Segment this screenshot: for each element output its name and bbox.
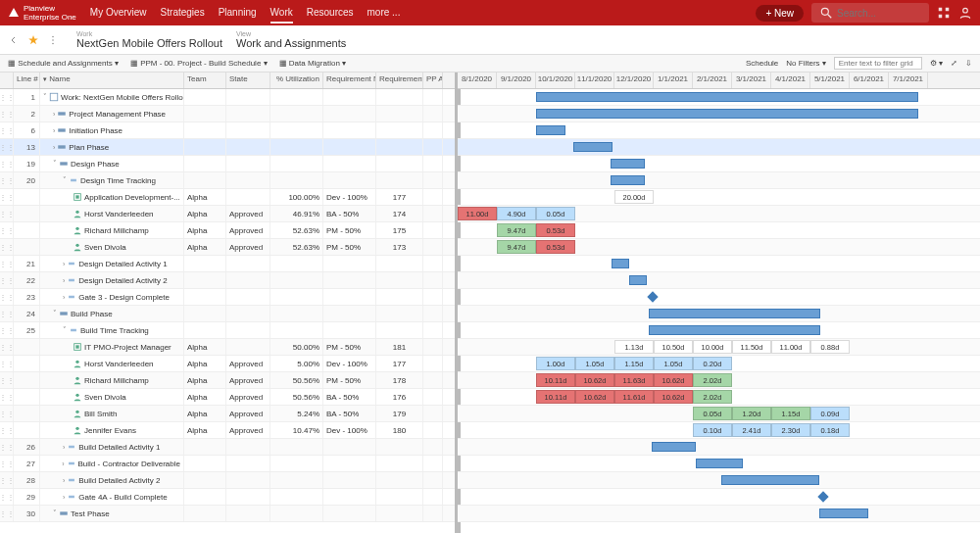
- drag-handle[interactable]: ⋮⋮: [0, 256, 14, 271]
- time-cell[interactable]: 1.00d: [536, 357, 575, 370]
- gantt-bar[interactable]: [629, 275, 647, 285]
- drag-handle[interactable]: ⋮⋮: [0, 306, 14, 321]
- table-row[interactable]: ⋮⋮22›Design Detailed Activity 2: [0, 272, 455, 289]
- table-row[interactable]: ⋮⋮Sven DivolaAlphaApproved50.56%BA - 50%…: [0, 389, 455, 406]
- time-cell[interactable]: 0.09d: [810, 407, 850, 420]
- time-cell[interactable]: 0.10d: [693, 423, 732, 437]
- time-cell[interactable]: 0.18d: [810, 423, 850, 437]
- drag-handle[interactable]: ⋮⋮: [0, 172, 14, 188]
- time-cell[interactable]: 0.20d: [693, 357, 732, 370]
- drag-handle[interactable]: ⋮⋮: [0, 239, 14, 255]
- time-cell[interactable]: 10.50d: [654, 340, 693, 354]
- nav-planning[interactable]: Planning: [219, 7, 257, 20]
- expand-toggle[interactable]: ˅: [63, 326, 67, 334]
- drag-handle[interactable]: ⋮⋮: [0, 356, 14, 371]
- time-cell[interactable]: 1.13d: [614, 340, 654, 354]
- time-cell[interactable]: 0.53d: [536, 223, 575, 237]
- time-cell[interactable]: 10.62d: [654, 390, 693, 404]
- star-icon[interactable]: [27, 34, 39, 46]
- time-cell[interactable]: 4.90d: [497, 207, 536, 220]
- time-cell[interactable]: 10.11d: [536, 373, 575, 387]
- table-row[interactable]: ⋮⋮Richard MillchampAlphaApproved50.56%PM…: [0, 372, 455, 389]
- expand-toggle[interactable]: ˅: [53, 310, 57, 317]
- table-row[interactable]: ⋮⋮27›Build - Contractor Deliverable: [0, 456, 455, 472]
- gantt-bar[interactable]: [652, 442, 696, 452]
- expand-icon[interactable]: ⤢: [951, 59, 957, 68]
- time-cell[interactable]: 1.05d: [654, 357, 693, 370]
- time-cell[interactable]: 11.50d: [732, 340, 771, 354]
- drag-handle[interactable]: ⋮⋮: [0, 272, 14, 288]
- drag-handle[interactable]: ⋮⋮: [0, 406, 14, 421]
- table-row[interactable]: ⋮⋮29›Gate 4A - Build Complete: [0, 489, 455, 506]
- time-cell[interactable]: 11.63d: [614, 373, 654, 387]
- gantt-bar[interactable]: [612, 259, 629, 268]
- drag-handle[interactable]: ⋮⋮: [0, 206, 14, 221]
- table-row[interactable]: ⋮⋮24˅Build Phase: [0, 306, 455, 322]
- drag-handle[interactable]: ⋮⋮: [0, 122, 14, 138]
- drag-handle[interactable]: ⋮⋮: [0, 222, 14, 238]
- expand-toggle[interactable]: ˅: [53, 160, 57, 168]
- expand-toggle[interactable]: ˅: [43, 93, 47, 101]
- expand-toggle[interactable]: ˅: [53, 509, 57, 517]
- table-row[interactable]: ⋮⋮Jennifer EvansAlphaApproved10.47%Dev -…: [0, 422, 455, 439]
- gantt-bar[interactable]: [611, 175, 645, 185]
- col-util[interactable]: % Utilization: [270, 73, 323, 88]
- table-row[interactable]: ⋮⋮19˅Design Phase: [0, 156, 455, 172]
- gantt-bar[interactable]: [819, 509, 868, 518]
- gantt-bar[interactable]: [573, 142, 612, 152]
- table-row[interactable]: ⋮⋮6›Initiation Phase: [0, 122, 455, 139]
- time-cell[interactable]: 10.11d: [536, 390, 575, 404]
- time-cell[interactable]: 1.15d: [771, 407, 810, 420]
- expand-toggle[interactable]: ›: [63, 277, 65, 284]
- drag-handle[interactable]: ⋮⋮: [0, 489, 14, 505]
- drag-handle[interactable]: ⋮⋮: [0, 89, 14, 105]
- table-row[interactable]: ⋮⋮Horst VanderleedenAlphaApproved46.91%B…: [0, 206, 455, 222]
- milestone-diamond[interactable]: [647, 291, 658, 302]
- table-row[interactable]: ⋮⋮Richard MillchampAlphaApproved52.63%PM…: [0, 222, 455, 239]
- drag-handle[interactable]: ⋮⋮: [0, 322, 14, 338]
- drag-handle[interactable]: ⋮⋮: [0, 339, 14, 355]
- table-row[interactable]: ⋮⋮1˅Work: NextGen Mobile Offers Rollout: [0, 89, 455, 106]
- settings-icon[interactable]: ⚙ ▾: [930, 59, 943, 68]
- time-cell[interactable]: 9.47d: [497, 223, 536, 237]
- gantt-bar[interactable]: [536, 125, 565, 135]
- time-cell[interactable]: 11.00d: [458, 207, 497, 220]
- time-cell[interactable]: 10.00d: [693, 340, 732, 354]
- toolbar-ppm-00-project-build-schedule-[interactable]: ▦ PPM - 00. Project - Build Schedule ▾: [130, 59, 268, 68]
- expand-toggle[interactable]: ›: [63, 494, 65, 501]
- time-cell[interactable]: 10.62d: [654, 373, 693, 387]
- nav-work[interactable]: Work: [270, 7, 293, 24]
- filters-button[interactable]: No Filters ▾: [786, 59, 825, 68]
- expand-toggle[interactable]: ˅: [63, 176, 67, 184]
- time-cell[interactable]: 0.05d: [693, 407, 732, 420]
- drag-handle[interactable]: ⋮⋮: [0, 389, 14, 405]
- expand-toggle[interactable]: ›: [53, 144, 55, 151]
- table-row[interactable]: ⋮⋮2›Project Management Phase: [0, 106, 455, 122]
- drag-handle[interactable]: ⋮⋮: [0, 506, 14, 521]
- table-row[interactable]: ⋮⋮Bill SmithAlphaApproved5.24%BA - 50%17…: [0, 406, 455, 422]
- schedule-link[interactable]: Schedule: [746, 59, 778, 68]
- time-cell[interactable]: 0.53d: [536, 240, 575, 254]
- table-row[interactable]: ⋮⋮IT PMO-Project ManagerAlpha50.00%PM - …: [0, 339, 455, 356]
- table-row[interactable]: ⋮⋮26›Build Detailed Activity 1: [0, 439, 455, 456]
- expand-toggle[interactable]: ›: [63, 294, 65, 301]
- drag-handle[interactable]: ⋮⋮: [0, 289, 14, 305]
- time-cell[interactable]: 20.00d: [614, 190, 654, 204]
- expand-toggle[interactable]: ›: [63, 477, 65, 484]
- more-icon[interactable]: [47, 34, 59, 46]
- drag-handle[interactable]: ⋮⋮: [0, 472, 14, 488]
- milestone-diamond[interactable]: [817, 491, 828, 502]
- new-button[interactable]: + New: [756, 5, 804, 22]
- drag-handle[interactable]: ⋮⋮: [0, 372, 14, 388]
- time-cell[interactable]: 10.62d: [575, 373, 614, 387]
- gantt-bar[interactable]: [611, 159, 645, 169]
- apps-icon[interactable]: [937, 6, 951, 20]
- time-cell[interactable]: 2.41d: [732, 423, 771, 437]
- gantt-bar[interactable]: [536, 92, 918, 102]
- export-icon[interactable]: ⇩: [965, 59, 972, 68]
- time-cell[interactable]: 0.88d: [810, 340, 850, 354]
- expand-toggle[interactable]: ›: [53, 127, 55, 134]
- drag-handle[interactable]: ⋮⋮: [0, 106, 14, 121]
- expand-toggle[interactable]: ›: [63, 444, 65, 451]
- drag-handle[interactable]: ⋮⋮: [0, 189, 14, 205]
